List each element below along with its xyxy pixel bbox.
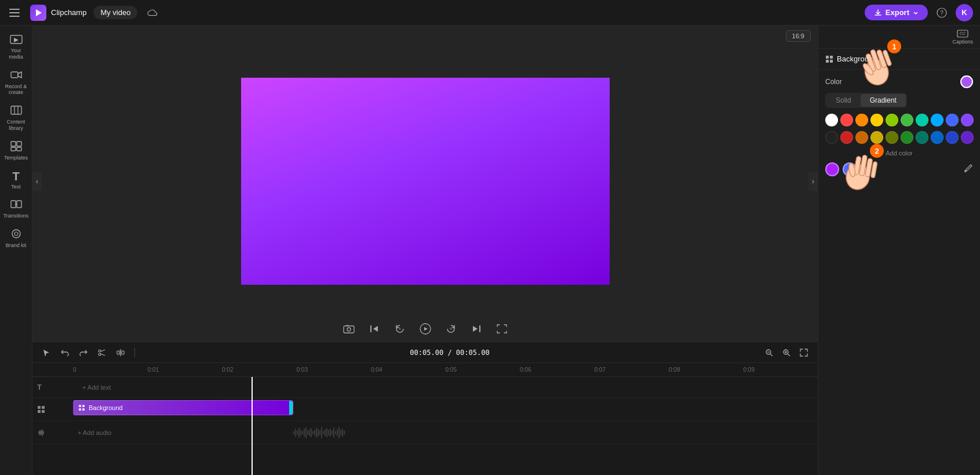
sidebar-item-text[interactable]: T Text <box>1 167 31 194</box>
svg-line-34 <box>788 354 790 356</box>
swatch-red[interactable] <box>840 114 853 126</box>
toolbar-divider <box>134 348 135 357</box>
timeline-panel: 00:05.00 / 00:05.00 <box>32 342 818 475</box>
svg-rect-12 <box>11 201 16 208</box>
svg-rect-39 <box>38 410 41 413</box>
swatch-dark-yellow[interactable] <box>870 131 883 144</box>
tracks-container: T + Add text <box>32 377 818 475</box>
swatch-blue[interactable] <box>946 114 959 126</box>
add-text-button[interactable]: + Add text <box>78 377 111 397</box>
ruler-mark-5: 0:05 <box>446 367 520 373</box>
swatch-teal[interactable] <box>916 114 928 126</box>
select-tool-button[interactable] <box>39 346 53 360</box>
sidebar-item-transitions-label: Transitions <box>3 213 29 219</box>
sidebar-item-brand-kit-label: Brand kit <box>6 242 27 249</box>
color-mode-tabs: Solid Gradient <box>825 93 907 108</box>
topbar-right: Export ? K <box>865 4 973 21</box>
playhead-marker <box>249 377 256 378</box>
swatch-dark-green[interactable] <box>901 131 913 144</box>
add-color-button[interactable]: Add color <box>825 148 973 160</box>
export-button[interactable]: Export <box>865 5 928 20</box>
zoom-out-button[interactable] <box>762 346 776 360</box>
right-panel-title-area: Background <box>825 55 877 63</box>
gradient-stop-2[interactable] <box>843 162 857 176</box>
svg-rect-49 <box>826 60 829 63</box>
swatch-dark-orange[interactable] <box>855 131 868 144</box>
app-name: Clipchamp <box>51 8 86 17</box>
play-button[interactable] <box>417 321 433 337</box>
help-button[interactable]: ? <box>934 5 950 21</box>
add-gradient-stop-button[interactable]: + <box>860 162 874 176</box>
sidebar-item-templates[interactable]: Templates <box>1 137 31 165</box>
sidebar-item-brand-kit[interactable]: Brand kit <box>1 225 31 252</box>
eyedropper-button[interactable] <box>964 164 973 175</box>
fit-timeline-button[interactable] <box>797 346 811 360</box>
solid-tab[interactable]: Solid <box>826 94 861 107</box>
swatch-yellow[interactable] <box>870 114 883 126</box>
swatch-dark-violet[interactable] <box>961 131 974 144</box>
aspect-ratio-button[interactable]: 16:9 <box>786 30 811 42</box>
svg-rect-47 <box>826 56 829 59</box>
gradient-stop-1[interactable] <box>825 162 839 176</box>
swatch-orange[interactable] <box>855 114 868 126</box>
main-area: Your media Record &create Contentlibrary… <box>0 26 980 475</box>
svg-rect-5 <box>11 106 21 114</box>
collapse-right-button[interactable]: › <box>808 172 818 191</box>
sidebar-item-content-library[interactable]: Contentlibrary <box>1 101 31 135</box>
undo-button[interactable] <box>58 346 72 360</box>
right-panel-header: Background <box>818 49 980 70</box>
video-title-button[interactable]: My video <box>93 6 137 19</box>
replay-5-button[interactable]: 5 <box>392 321 408 337</box>
gradient-tab[interactable]: Gradient <box>861 94 906 107</box>
color-swatches-row2 <box>825 131 973 144</box>
hamburger-menu[interactable] <box>7 6 23 19</box>
svg-rect-10 <box>11 147 16 151</box>
zoom-in-button[interactable] <box>779 346 793 360</box>
right-panel-title-text: Background <box>837 55 877 63</box>
video-frame <box>241 78 610 285</box>
cut-button[interactable] <box>95 346 109 360</box>
audio-track-content: + Add audio <box>73 421 818 444</box>
svg-text:CC: CC <box>960 31 966 35</box>
svg-rect-44 <box>82 408 85 411</box>
swatch-dark-teal[interactable] <box>916 131 928 144</box>
swatch-violet[interactable] <box>961 114 974 126</box>
sidebar-item-transitions[interactable]: Transitions <box>1 195 31 223</box>
background-clip[interactable]: Background <box>73 400 293 415</box>
skip-back-button[interactable] <box>366 321 382 337</box>
sidebar-item-record-create[interactable]: Record &create <box>1 66 31 100</box>
swatch-white[interactable] <box>825 114 838 126</box>
swatch-dark-lime[interactable] <box>886 131 898 144</box>
swatch-dark-blue[interactable] <box>931 131 943 144</box>
skip-forward-button[interactable] <box>468 321 484 337</box>
redo-button[interactable] <box>76 346 90 360</box>
forward-5-button[interactable]: 5 <box>443 321 459 337</box>
timecode-display: 00:05.00 / 00:05.00 <box>410 349 489 357</box>
captions-button[interactable]: CC Captions <box>952 30 973 45</box>
record-create-icon <box>10 70 22 82</box>
swatch-dark-indigo[interactable] <box>946 131 959 144</box>
screenshot-button[interactable] <box>341 321 357 337</box>
audio-track-label <box>32 429 73 437</box>
cloud-save-button[interactable] <box>144 5 161 21</box>
background-track-content[interactable]: Background <box>73 398 818 420</box>
swatch-dark-red[interactable] <box>840 131 853 144</box>
user-avatar[interactable]: K <box>956 4 973 21</box>
background-clip-label: Background <box>89 404 123 411</box>
swatch-lime[interactable] <box>886 114 898 126</box>
split-button[interactable] <box>114 346 127 360</box>
collapse-left-button[interactable]: ‹ <box>32 172 42 191</box>
swatch-green[interactable] <box>901 114 913 126</box>
svg-rect-40 <box>42 410 45 413</box>
clip-resize-handle[interactable] <box>289 401 293 415</box>
fullscreen-button[interactable] <box>494 321 510 337</box>
sidebar-item-your-media[interactable]: Your media <box>1 30 31 64</box>
content-library-icon <box>10 105 22 117</box>
timeline-toolbar: 00:05.00 / 00:05.00 <box>32 342 818 363</box>
svg-marker-0 <box>36 9 42 16</box>
svg-rect-9 <box>17 142 21 146</box>
color-preview-swatch[interactable] <box>960 75 973 88</box>
swatch-black[interactable] <box>825 131 838 144</box>
ruler-mark-9: 0:09 <box>744 367 818 373</box>
swatch-sky[interactable] <box>931 114 943 126</box>
